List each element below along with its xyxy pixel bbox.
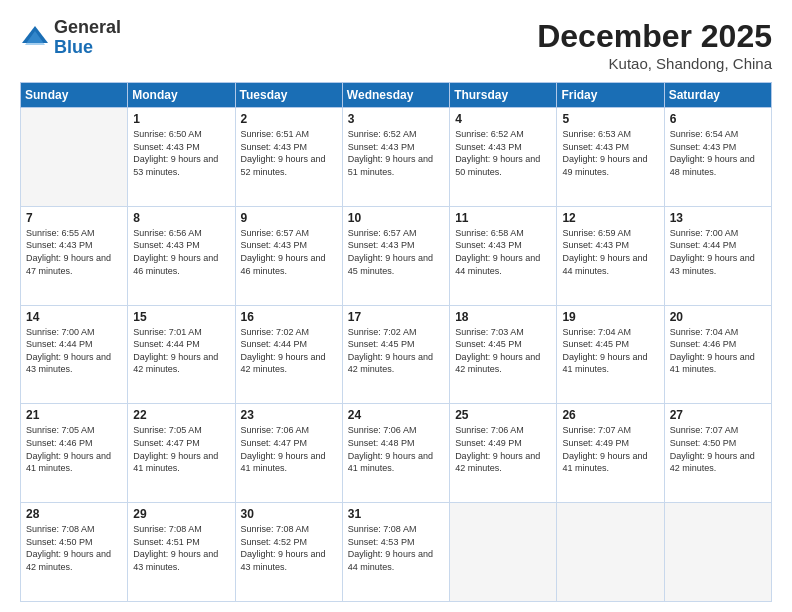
calendar-cell: 16Sunrise: 7:02 AMSunset: 4:44 PMDayligh… [235,305,342,404]
calendar-cell: 18Sunrise: 7:03 AMSunset: 4:45 PMDayligh… [450,305,557,404]
calendar-cell: 8Sunrise: 6:56 AMSunset: 4:43 PMDaylight… [128,206,235,305]
day-info: Sunrise: 6:59 AMSunset: 4:43 PMDaylight:… [562,227,658,277]
day-info: Sunrise: 7:06 AMSunset: 4:47 PMDaylight:… [241,424,337,474]
day-number: 3 [348,112,444,126]
day-number: 16 [241,310,337,324]
calendar-cell: 15Sunrise: 7:01 AMSunset: 4:44 PMDayligh… [128,305,235,404]
calendar-cell: 5Sunrise: 6:53 AMSunset: 4:43 PMDaylight… [557,108,664,207]
day-info: Sunrise: 7:08 AMSunset: 4:51 PMDaylight:… [133,523,229,573]
calendar-cell [557,503,664,602]
calendar-cell: 14Sunrise: 7:00 AMSunset: 4:44 PMDayligh… [21,305,128,404]
day-info: Sunrise: 7:05 AMSunset: 4:47 PMDaylight:… [133,424,229,474]
calendar-cell: 3Sunrise: 6:52 AMSunset: 4:43 PMDaylight… [342,108,449,207]
weekday-header-wednesday: Wednesday [342,83,449,108]
day-number: 2 [241,112,337,126]
day-number: 13 [670,211,766,225]
calendar-cell: 6Sunrise: 6:54 AMSunset: 4:43 PMDaylight… [664,108,771,207]
day-info: Sunrise: 7:07 AMSunset: 4:50 PMDaylight:… [670,424,766,474]
day-info: Sunrise: 7:02 AMSunset: 4:44 PMDaylight:… [241,326,337,376]
day-number: 31 [348,507,444,521]
day-info: Sunrise: 6:55 AMSunset: 4:43 PMDaylight:… [26,227,122,277]
calendar-week-row: 7Sunrise: 6:55 AMSunset: 4:43 PMDaylight… [21,206,772,305]
calendar-cell: 1Sunrise: 6:50 AMSunset: 4:43 PMDaylight… [128,108,235,207]
day-number: 28 [26,507,122,521]
calendar-cell: 11Sunrise: 6:58 AMSunset: 4:43 PMDayligh… [450,206,557,305]
weekday-header-row: SundayMondayTuesdayWednesdayThursdayFrid… [21,83,772,108]
day-info: Sunrise: 7:00 AMSunset: 4:44 PMDaylight:… [670,227,766,277]
day-number: 19 [562,310,658,324]
logo-general: General [54,18,121,38]
calendar-cell: 10Sunrise: 6:57 AMSunset: 4:43 PMDayligh… [342,206,449,305]
day-info: Sunrise: 7:04 AMSunset: 4:46 PMDaylight:… [670,326,766,376]
weekday-header-sunday: Sunday [21,83,128,108]
day-info: Sunrise: 6:54 AMSunset: 4:43 PMDaylight:… [670,128,766,178]
month-title: December 2025 [537,18,772,55]
day-number: 29 [133,507,229,521]
day-number: 30 [241,507,337,521]
calendar-cell: 20Sunrise: 7:04 AMSunset: 4:46 PMDayligh… [664,305,771,404]
day-info: Sunrise: 6:57 AMSunset: 4:43 PMDaylight:… [348,227,444,277]
weekday-header-tuesday: Tuesday [235,83,342,108]
day-number: 17 [348,310,444,324]
day-info: Sunrise: 7:05 AMSunset: 4:46 PMDaylight:… [26,424,122,474]
day-info: Sunrise: 7:08 AMSunset: 4:52 PMDaylight:… [241,523,337,573]
calendar-cell: 9Sunrise: 6:57 AMSunset: 4:43 PMDaylight… [235,206,342,305]
day-number: 27 [670,408,766,422]
day-number: 25 [455,408,551,422]
calendar-cell: 17Sunrise: 7:02 AMSunset: 4:45 PMDayligh… [342,305,449,404]
calendar-cell: 7Sunrise: 6:55 AMSunset: 4:43 PMDaylight… [21,206,128,305]
calendar-cell: 22Sunrise: 7:05 AMSunset: 4:47 PMDayligh… [128,404,235,503]
day-info: Sunrise: 7:08 AMSunset: 4:53 PMDaylight:… [348,523,444,573]
weekday-header-monday: Monday [128,83,235,108]
day-info: Sunrise: 6:52 AMSunset: 4:43 PMDaylight:… [455,128,551,178]
day-number: 9 [241,211,337,225]
day-info: Sunrise: 6:52 AMSunset: 4:43 PMDaylight:… [348,128,444,178]
calendar-cell: 26Sunrise: 7:07 AMSunset: 4:49 PMDayligh… [557,404,664,503]
calendar-cell: 24Sunrise: 7:06 AMSunset: 4:48 PMDayligh… [342,404,449,503]
calendar-cell: 21Sunrise: 7:05 AMSunset: 4:46 PMDayligh… [21,404,128,503]
logo: General Blue [20,18,121,58]
logo-text: General Blue [54,18,121,58]
day-number: 14 [26,310,122,324]
calendar-week-row: 1Sunrise: 6:50 AMSunset: 4:43 PMDaylight… [21,108,772,207]
logo-blue: Blue [54,38,121,58]
day-info: Sunrise: 6:57 AMSunset: 4:43 PMDaylight:… [241,227,337,277]
day-number: 12 [562,211,658,225]
calendar-cell: 31Sunrise: 7:08 AMSunset: 4:53 PMDayligh… [342,503,449,602]
day-info: Sunrise: 7:00 AMSunset: 4:44 PMDaylight:… [26,326,122,376]
calendar-table: SundayMondayTuesdayWednesdayThursdayFrid… [20,82,772,602]
day-info: Sunrise: 7:02 AMSunset: 4:45 PMDaylight:… [348,326,444,376]
calendar-week-row: 21Sunrise: 7:05 AMSunset: 4:46 PMDayligh… [21,404,772,503]
calendar-body: 1Sunrise: 6:50 AMSunset: 4:43 PMDaylight… [21,108,772,602]
day-number: 23 [241,408,337,422]
calendar-cell: 28Sunrise: 7:08 AMSunset: 4:50 PMDayligh… [21,503,128,602]
calendar-page: General Blue December 2025 Kutao, Shando… [0,0,792,612]
day-info: Sunrise: 6:50 AMSunset: 4:43 PMDaylight:… [133,128,229,178]
calendar-cell: 27Sunrise: 7:07 AMSunset: 4:50 PMDayligh… [664,404,771,503]
weekday-header-thursday: Thursday [450,83,557,108]
calendar-cell: 2Sunrise: 6:51 AMSunset: 4:43 PMDaylight… [235,108,342,207]
calendar-cell: 13Sunrise: 7:00 AMSunset: 4:44 PMDayligh… [664,206,771,305]
day-number: 7 [26,211,122,225]
day-number: 18 [455,310,551,324]
day-number: 20 [670,310,766,324]
day-number: 21 [26,408,122,422]
day-number: 24 [348,408,444,422]
day-info: Sunrise: 7:04 AMSunset: 4:45 PMDaylight:… [562,326,658,376]
day-number: 11 [455,211,551,225]
day-number: 1 [133,112,229,126]
calendar-week-row: 14Sunrise: 7:00 AMSunset: 4:44 PMDayligh… [21,305,772,404]
day-number: 26 [562,408,658,422]
calendar-cell: 25Sunrise: 7:06 AMSunset: 4:49 PMDayligh… [450,404,557,503]
day-info: Sunrise: 7:06 AMSunset: 4:49 PMDaylight:… [455,424,551,474]
day-info: Sunrise: 7:08 AMSunset: 4:50 PMDaylight:… [26,523,122,573]
day-info: Sunrise: 6:51 AMSunset: 4:43 PMDaylight:… [241,128,337,178]
day-number: 4 [455,112,551,126]
location-subtitle: Kutao, Shandong, China [537,55,772,72]
day-info: Sunrise: 6:53 AMSunset: 4:43 PMDaylight:… [562,128,658,178]
weekday-header-saturday: Saturday [664,83,771,108]
calendar-cell [450,503,557,602]
day-number: 5 [562,112,658,126]
header: General Blue December 2025 Kutao, Shando… [20,18,772,72]
calendar-cell: 4Sunrise: 6:52 AMSunset: 4:43 PMDaylight… [450,108,557,207]
